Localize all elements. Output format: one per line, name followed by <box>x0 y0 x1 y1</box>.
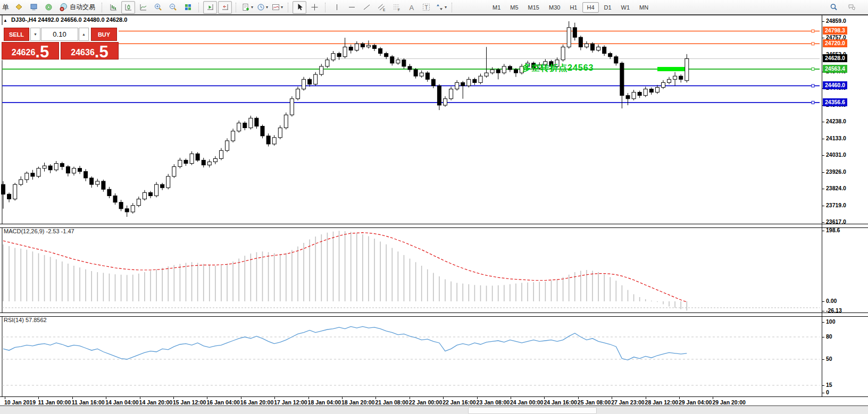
tile-windows-icon[interactable] <box>181 1 195 14</box>
sell-price-fraction: .5 <box>35 45 49 58</box>
bar-chart-icon[interactable] <box>106 1 120 14</box>
bottom-scrollbar-track <box>0 406 868 414</box>
rsi-pane-divider[interactable] <box>0 312 868 317</box>
templates-icon[interactable]: ▾ <box>270 1 284 14</box>
macd-pane[interactable] <box>0 227 822 312</box>
fibonacci-icon[interactable]: F <box>389 1 403 14</box>
toolbar-separator <box>288 3 289 12</box>
zoom-out-icon[interactable] <box>166 1 180 14</box>
text-icon[interactable]: A <box>404 1 418 14</box>
new-chart-icon[interactable] <box>12 1 26 14</box>
timeframe-m5[interactable]: M5 <box>506 2 522 13</box>
toolbar-right <box>827 1 866 14</box>
toolbar-separator <box>198 3 199 12</box>
price-tick-label: 23926.0 <box>826 168 846 175</box>
trendline-icon[interactable] <box>360 1 373 14</box>
dropdown-caret-icon[interactable]: ▾ <box>445 5 447 10</box>
volume-decrease-button[interactable]: ▼ <box>30 28 40 41</box>
toolbar-separator <box>452 3 453 12</box>
symbol-period-label: DJ30-,H4 <box>11 16 36 23</box>
toolbar-separator <box>236 3 237 12</box>
collapse-icon[interactable]: ▲ <box>3 18 7 23</box>
timeframe-h1[interactable]: H1 <box>565 2 581 13</box>
candlestick-icon[interactable] <box>121 1 135 14</box>
label-icon[interactable]: T <box>419 1 433 14</box>
chart-shift-icon[interactable] <box>218 1 232 14</box>
arrows-icon[interactable]: ▾ <box>434 1 448 14</box>
rsi-tick-label: 50 <box>826 356 832 362</box>
timeframe-m15[interactable]: M15 <box>524 2 544 13</box>
price-tick-label: 23617.0 <box>826 218 846 225</box>
rsi-tick-mark <box>822 359 824 360</box>
crosshair-icon[interactable] <box>307 1 321 14</box>
rsi-pane[interactable] <box>0 316 822 396</box>
buy-price-fraction: .5 <box>95 45 108 58</box>
vline-icon[interactable] <box>330 1 344 14</box>
svg-text:E: E <box>383 8 386 12</box>
new-order-button[interactable]: 单 <box>2 3 9 12</box>
macd-tick-mark <box>822 231 824 231</box>
market-watch-icon[interactable] <box>27 1 40 14</box>
price-tick-mark <box>822 222 824 223</box>
time-tick-label: 16 Jan 04:00 <box>206 399 239 405</box>
timeframe-m1[interactable]: M1 <box>488 2 505 13</box>
main-chart-pane[interactable] <box>0 15 822 224</box>
timeframe-h4[interactable]: H4 <box>582 2 598 13</box>
timeframe-group: M1M5M15M30H1H4D1W1MN <box>488 2 653 13</box>
volume-input[interactable] <box>41 28 78 41</box>
line-chart-icon[interactable] <box>136 1 150 14</box>
hline-icon[interactable] <box>345 1 358 14</box>
price-tick-label: 24031.0 <box>826 151 846 158</box>
mt4-window: 单 自动交易▾▾▾EFAT▾M1M5M15M30H1H4D1W1MN ▲ DJ3… <box>0 0 868 414</box>
timeframe-d1[interactable]: D1 <box>600 2 616 13</box>
timeframe-mn[interactable]: MN <box>635 2 653 13</box>
time-tick-label: 29 Jan 04:00 <box>679 399 712 405</box>
time-tick-label: 11 Jan 16:00 <box>72 399 105 405</box>
dropdown-caret-icon[interactable]: ▾ <box>281 5 283 10</box>
macd-pane-divider[interactable] <box>0 224 868 228</box>
rsi-tick-label: 15 <box>826 382 832 388</box>
sell-price[interactable]: 24626 .5 <box>2 42 59 60</box>
price-tick-mark <box>822 21 824 22</box>
buy-price-main: 24636 <box>71 48 95 57</box>
time-tick-label: 24 Jan 16:00 <box>544 399 577 405</box>
one-click-trading-panel: SELL ▼ ▲ BUY 24626 .5 24636 .5 <box>2 25 119 60</box>
time-tick-label: 22 Jan 00:00 <box>409 399 442 405</box>
autotrading-icon[interactable]: 自动交易 <box>56 1 98 14</box>
volume-increase-button[interactable]: ▲ <box>79 28 89 41</box>
time-tick-label: 11 Jan 00:00 <box>38 399 71 405</box>
buy-price[interactable]: 24636 .5 <box>61 42 119 60</box>
pivot-annotation: 多空转折点24563 <box>522 63 594 74</box>
price-tick-label: 24238.0 <box>826 118 846 124</box>
chart-header: ▲ DJ30-,H4 24492.0 24656.0 24480.0 24628… <box>3 16 127 23</box>
price-tick-mark <box>822 155 824 156</box>
price-tick-mark <box>822 139 824 139</box>
zoom-in-icon[interactable] <box>151 1 165 14</box>
dropdown-caret-icon[interactable]: ▾ <box>266 5 268 10</box>
time-tick-label: 28 Jan 12:00 <box>645 399 678 405</box>
dropdown-caret-icon[interactable]: ▾ <box>251 5 253 10</box>
chat-icon[interactable] <box>845 1 858 14</box>
sell-button[interactable]: SELL <box>4 28 29 41</box>
time-tick-label: 18 Jan 04:00 <box>308 399 341 405</box>
price-tick-mark <box>822 206 824 206</box>
bottom-scrollbar-thumb[interactable] <box>468 407 597 414</box>
macd-tick-mark <box>822 311 824 311</box>
channel-icon[interactable]: E <box>374 1 388 14</box>
time-tick-label: 14 Jan 04:00 <box>105 399 138 405</box>
time-tick-label: 22 Jan 16:00 <box>443 399 475 405</box>
autoscroll-icon[interactable] <box>203 1 217 14</box>
search-icon[interactable] <box>827 1 840 14</box>
macd-tick-label: 198.6 <box>826 227 840 233</box>
time-tick-label: 14 Jan 20:00 <box>139 399 172 405</box>
rsi-tick-mark <box>822 322 824 323</box>
buy-button[interactable]: BUY <box>91 28 117 41</box>
time-axis-line <box>0 396 868 397</box>
time-tick-label: 23 Jan 08:00 <box>477 399 510 405</box>
timeframe-w1[interactable]: W1 <box>617 2 635 13</box>
indicators-icon[interactable]: ▾ <box>240 1 254 14</box>
cursor-icon[interactable] <box>293 1 306 14</box>
timeframe-m30[interactable]: M30 <box>545 2 564 13</box>
navigator-icon[interactable] <box>41 1 55 14</box>
periods-icon[interactable]: ▾ <box>255 1 269 14</box>
